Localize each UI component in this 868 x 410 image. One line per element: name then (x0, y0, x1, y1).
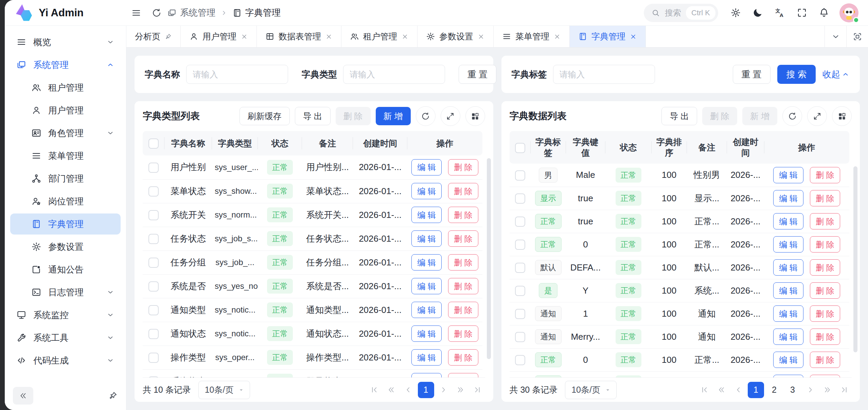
row-checkbox[interactable] (148, 163, 159, 173)
sidebar-item[interactable]: 角色管理 (10, 123, 121, 144)
tab[interactable]: 数据表管理 (257, 26, 341, 47)
content-fullscreen-button[interactable] (846, 26, 868, 47)
delete-button[interactable]: 删 除 (810, 329, 840, 345)
prev-page-button[interactable] (731, 383, 746, 397)
tab[interactable]: 菜单管理 (494, 26, 570, 47)
delete-button[interactable]: 删 除 (810, 305, 840, 322)
add-button[interactable]: 新 增 (376, 107, 411, 125)
edit-button[interactable]: 编 辑 (773, 167, 803, 183)
page-number[interactable]: 1 (418, 382, 434, 398)
edit-button[interactable]: 编 辑 (411, 230, 442, 247)
row-checkbox[interactable] (515, 240, 525, 250)
reset-button[interactable]: 重 置 (733, 65, 770, 84)
sidebar-item[interactable]: 代码生成 (10, 350, 121, 371)
settings-gear-icon[interactable] (730, 7, 741, 18)
edit-button[interactable]: 编 辑 (773, 213, 803, 229)
sidebar-item[interactable]: 租户管理 (10, 77, 121, 98)
edit-button[interactable]: 编 辑 (411, 325, 442, 342)
delete-button[interactable]: 删 除 (702, 107, 737, 125)
language-icon[interactable] (775, 7, 785, 18)
row-checkbox[interactable] (515, 309, 525, 319)
delete-button[interactable]: 删 除 (448, 207, 478, 223)
fullscreen-icon[interactable] (797, 7, 807, 18)
table-scrollbar[interactable] (487, 158, 491, 359)
breadcrumb-item-parent[interactable]: 系统管理 (167, 7, 215, 19)
delete-button[interactable]: 删 除 (810, 213, 840, 229)
edit-button[interactable]: 编 辑 (773, 259, 803, 276)
prev-5-pages-button[interactable] (384, 383, 399, 397)
close-icon[interactable] (553, 33, 561, 40)
table-scrollbar[interactable] (853, 166, 857, 352)
delete-button[interactable]: 删 除 (448, 349, 478, 366)
table-refresh-button[interactable] (416, 106, 436, 126)
row-checkbox[interactable] (148, 210, 159, 220)
delete-button[interactable]: 删 除 (448, 302, 478, 318)
next-5-pages-button[interactable] (453, 383, 468, 397)
user-avatar[interactable] (839, 3, 858, 22)
page-number[interactable]: 2 (766, 382, 782, 398)
delete-button[interactable]: 删 除 (448, 159, 478, 175)
row-checkbox[interactable] (148, 186, 159, 197)
tab[interactable]: 分析页 (126, 26, 181, 47)
close-icon[interactable] (477, 33, 485, 40)
dict-label-input[interactable] (553, 65, 655, 84)
prev-page-button[interactable] (401, 383, 416, 397)
edit-button[interactable]: 编 辑 (411, 159, 442, 175)
tab-list-dropdown-button[interactable] (825, 26, 846, 47)
tab[interactable]: 租户管理 (341, 26, 418, 47)
search-button[interactable]: 搜 索 (777, 65, 816, 84)
sidebar-item[interactable]: 概览 (10, 32, 121, 53)
delete-button[interactable]: 删 除 (448, 183, 478, 199)
row-checkbox[interactable] (515, 217, 525, 227)
delete-button[interactable]: 删 除 (448, 230, 478, 247)
sidebar-item[interactable]: 用户管理 (10, 100, 121, 121)
sidebar-item[interactable]: 通知公告 (10, 259, 121, 280)
delete-button[interactable]: 删 除 (810, 282, 840, 299)
row-checkbox[interactable] (148, 258, 159, 268)
row-checkbox[interactable] (515, 355, 525, 365)
edit-button[interactable]: 编 辑 (773, 190, 803, 206)
sidebar-item[interactable]: 系统管理 (10, 54, 121, 75)
tab[interactable]: 用户管理 (181, 26, 257, 47)
dict-type-input[interactable] (343, 65, 445, 84)
row-checkbox[interactable] (515, 263, 525, 273)
sidebar-item[interactable]: 日志管理 (10, 282, 121, 303)
edit-button[interactable]: 编 辑 (411, 373, 442, 377)
sidebar-item[interactable]: 参数设置 (10, 236, 121, 257)
edit-button[interactable]: 编 辑 (773, 375, 803, 377)
delete-button[interactable]: 删 除 (336, 107, 371, 125)
first-page-button[interactable] (367, 383, 382, 397)
delete-button[interactable]: 删 除 (448, 373, 478, 377)
edit-button[interactable]: 编 辑 (411, 254, 442, 271)
close-icon[interactable] (401, 33, 409, 40)
edit-button[interactable]: 编 辑 (411, 349, 442, 366)
pin-icon[interactable] (164, 33, 172, 40)
add-button[interactable]: 新 增 (742, 107, 777, 125)
table-refresh-button[interactable] (782, 106, 802, 126)
select-all-checkbox[interactable] (515, 143, 525, 153)
sidebar-item[interactable]: 菜单管理 (10, 145, 121, 166)
delete-button[interactable]: 删 除 (810, 167, 840, 183)
delete-button[interactable]: 删 除 (810, 190, 840, 206)
delete-button[interactable]: 删 除 (810, 352, 840, 368)
edit-button[interactable]: 编 辑 (773, 329, 803, 345)
close-icon[interactable] (630, 33, 637, 40)
last-page-button[interactable] (470, 383, 485, 397)
prev-5-pages-button[interactable] (714, 383, 729, 397)
tab[interactable]: 字典管理 (570, 26, 646, 47)
last-page-button[interactable] (837, 383, 852, 397)
close-icon[interactable] (325, 33, 333, 40)
select-all-checkbox[interactable] (148, 138, 159, 149)
row-checkbox[interactable] (148, 305, 159, 315)
tab[interactable]: 参数设置 (418, 26, 494, 47)
page-size-select[interactable]: 10条/页 (565, 381, 617, 399)
global-search[interactable]: 搜索 Ctrl K (644, 4, 718, 22)
row-checkbox[interactable] (515, 286, 525, 296)
row-checkbox[interactable] (148, 234, 159, 244)
dark-mode-moon-icon[interactable] (752, 7, 763, 18)
edit-button[interactable]: 编 辑 (773, 282, 803, 299)
table-expand-button[interactable] (807, 106, 827, 126)
sidebar-item[interactable]: 部门管理 (10, 168, 121, 189)
collapse-search-link[interactable]: 收起 (822, 69, 850, 80)
column-settings-button[interactable] (465, 106, 485, 126)
